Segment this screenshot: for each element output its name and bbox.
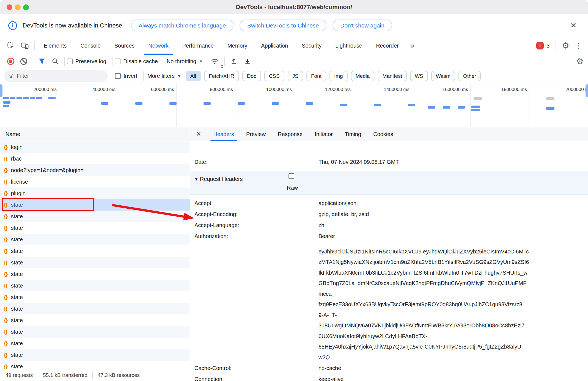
tab-response[interactable]: Response	[272, 127, 309, 141]
request-row[interactable]: {}state	[0, 361, 190, 369]
tab-headers[interactable]: Headers	[207, 127, 240, 141]
raw-checkbox[interactable]	[288, 173, 294, 179]
inspect-element-icon[interactable]	[4, 37, 18, 55]
name-column-header[interactable]: Name	[0, 127, 190, 141]
tab-network[interactable]: Network	[141, 37, 175, 55]
overview-right-handle[interactable]	[586, 84, 588, 97]
header-value: keep-alive	[318, 376, 344, 381]
kebab-menu-icon[interactable]: ⋮	[573, 41, 584, 50]
chevron-down-icon[interactable]: ▼	[199, 59, 203, 64]
request-row[interactable]: {}state	[0, 338, 190, 349]
request-row[interactable]: {}node?type=1&node=&plugin=	[0, 164, 190, 176]
chip-fetch-xhr[interactable]: Fetch/XHR	[204, 71, 239, 81]
tab-recorder[interactable]: Recorder	[369, 37, 405, 55]
tab-initiator[interactable]: Initiator	[309, 127, 339, 141]
request-row[interactable]: {}plugin	[0, 187, 190, 199]
request-row[interactable]: {}state	[0, 234, 190, 245]
switch-to-chinese-button[interactable]: Switch DevTools to Chinese	[240, 20, 326, 31]
tab-performance[interactable]: Performance	[175, 37, 221, 55]
json-doc-icon: {}	[4, 156, 7, 162]
chip-other[interactable]: Other	[458, 71, 481, 81]
close-details-icon[interactable]: ✕	[190, 131, 207, 138]
chip-wasm[interactable]: Wasm	[431, 71, 455, 81]
clear-icon[interactable]	[20, 58, 27, 65]
network-settings-gear-icon[interactable]: ⚙	[576, 57, 584, 65]
request-row[interactable]: {}rbac	[0, 153, 190, 164]
request-row[interactable]: {}state	[0, 222, 190, 234]
header-value-token-line: w2Q	[318, 354, 330, 361]
chip-media[interactable]: Media	[351, 71, 375, 81]
request-row[interactable]: {}state	[0, 245, 190, 257]
tab-timing[interactable]: Timing	[339, 127, 367, 141]
minimize-window-button[interactable]	[15, 4, 21, 10]
request-row[interactable]: {}license	[0, 176, 190, 187]
always-match-language-button[interactable]: Always match Chrome's language	[131, 20, 233, 31]
gridline	[176, 84, 177, 127]
request-headers-title[interactable]: ▼ Request Headers	[194, 176, 243, 182]
request-row[interactable]: {}login	[0, 141, 190, 153]
chip-doc[interactable]: Doc	[242, 71, 261, 81]
gridline	[235, 84, 235, 127]
request-row[interactable]: {}state	[0, 280, 190, 291]
request-row[interactable]: {}state	[0, 268, 190, 280]
filter-icon[interactable]	[35, 55, 48, 68]
tab-memory[interactable]: Memory	[221, 37, 254, 55]
dont-show-again-button[interactable]: Don't show again	[333, 20, 392, 31]
tab-lighthouse[interactable]: Lighthouse	[328, 37, 369, 55]
titlebar: DevTools - localhost:8077/web/common/	[0, 0, 588, 14]
filter-field[interactable]	[4, 70, 108, 82]
details-tabbar: ✕ Headers Preview Response Initiator Tim…	[190, 127, 588, 141]
chevron-down-icon[interactable]: ▼	[177, 74, 181, 78]
chip-js[interactable]: JS	[288, 71, 303, 81]
request-row-selected[interactable]: {}state	[0, 199, 190, 211]
request-dash	[374, 104, 381, 106]
request-row[interactable]: {}state	[0, 349, 190, 361]
tab-application[interactable]: Application	[254, 37, 295, 55]
timeline-tick: 1800000 ms	[501, 87, 527, 92]
chip-manifest[interactable]: Manifest	[378, 71, 407, 81]
export-har-icon[interactable]	[241, 55, 254, 68]
filter-input[interactable]	[17, 73, 94, 79]
chip-css[interactable]: CSS	[264, 71, 284, 81]
error-badge-icon[interactable]: ✕	[536, 42, 544, 49]
tab-cookies[interactable]: Cookies	[367, 127, 399, 141]
tab-sources[interactable]: Sources	[108, 37, 141, 55]
record-icon[interactable]	[7, 58, 14, 65]
settings-gear-icon[interactable]: ⚙	[562, 42, 569, 50]
request-row[interactable]: {}state	[0, 291, 190, 303]
more-tabs-icon[interactable]: »	[405, 41, 420, 50]
request-name: state	[11, 317, 23, 324]
disable-cache-checkbox[interactable]	[115, 59, 120, 64]
request-row[interactable]: {}state	[0, 211, 190, 222]
chip-all[interactable]: All	[186, 71, 201, 81]
chip-img[interactable]: Img	[329, 71, 348, 81]
tab-console[interactable]: Console	[73, 37, 107, 55]
import-har-icon[interactable]	[227, 55, 241, 68]
request-dash	[169, 102, 177, 105]
request-name: login	[11, 144, 23, 150]
request-name: state	[11, 225, 23, 231]
json-doc-icon: {}	[4, 213, 7, 219]
device-toolbar-icon[interactable]	[18, 37, 32, 55]
request-dash	[471, 106, 480, 108]
search-icon[interactable]	[48, 55, 62, 68]
invert-checkbox[interactable]	[115, 73, 121, 79]
preserve-log-checkbox[interactable]	[67, 59, 73, 64]
banner-close-icon[interactable]: ✕	[567, 21, 580, 30]
throttling-select[interactable]: No throttling	[167, 58, 196, 65]
overview-left-handle[interactable]	[0, 84, 2, 97]
more-filters-button[interactable]: More filters	[147, 73, 175, 79]
request-row[interactable]: {}state	[0, 314, 190, 326]
tab-preview[interactable]: Preview	[240, 127, 272, 141]
tab-security[interactable]: Security	[295, 37, 328, 55]
chip-font[interactable]: Font	[306, 71, 326, 81]
activity-overview[interactable]: 200000 ms 400000 ms 600000 ms 800000 ms …	[0, 84, 588, 127]
request-row[interactable]: {}state	[0, 326, 190, 338]
request-row[interactable]: {}state	[0, 303, 190, 314]
network-conditions-icon[interactable]: ⚙	[207, 55, 222, 68]
chip-ws[interactable]: WS	[410, 71, 428, 81]
tab-elements[interactable]: Elements	[37, 37, 73, 55]
close-window-button[interactable]	[7, 4, 12, 10]
zoom-window-button[interactable]	[23, 4, 29, 10]
request-row[interactable]: {}state	[0, 257, 190, 268]
